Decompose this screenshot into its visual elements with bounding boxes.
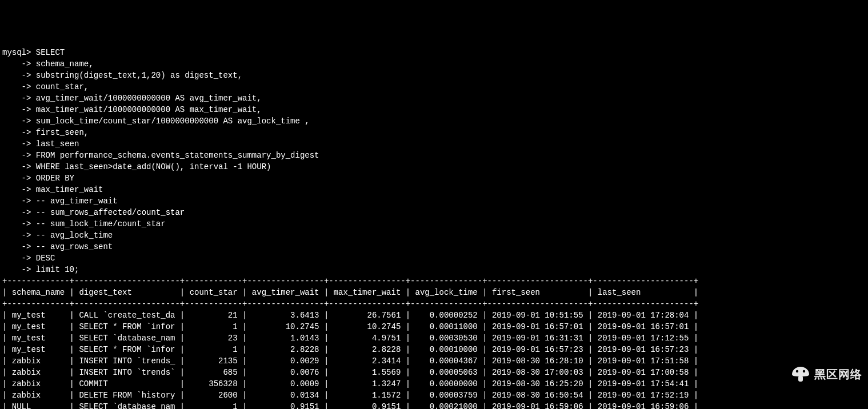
svg-rect-0 xyxy=(798,376,803,382)
watermark: 黑区网络 xyxy=(790,343,862,406)
terminal-line: | zabbix | INSERT INTO `trends` | 685 | … xyxy=(2,367,868,378)
terminal-line: -> count_star, xyxy=(2,81,868,93)
terminal-line: -> -- avg_lock_time xyxy=(2,230,868,241)
terminal-line: -> FROM performance_schema.events_statem… xyxy=(2,150,868,161)
terminal-line: -> max_timer_wait/1000000000000 AS max_t… xyxy=(2,104,868,115)
terminal-line: -> sum_lock_time/count_star/100000000000… xyxy=(2,115,868,127)
terminal-line: | zabbix | COMMIT | 356328 | 0.0009 | 1.… xyxy=(2,378,868,390)
terminal-line: | zabbix | DELETE FROM `history | 2600 |… xyxy=(2,390,868,401)
terminal-line: -> schema_name, xyxy=(2,58,868,70)
terminal-line: -> -- sum_rows_affected/count_star xyxy=(2,207,868,218)
terminal-line: | schema_name | digest_text | count_star… xyxy=(2,287,868,298)
mushroom-icon xyxy=(790,343,811,406)
terminal-line: | NULL | SELECT `database_nam | 1 | 0.91… xyxy=(2,401,868,409)
terminal-line: | my_test | CALL `create_test_da | 21 | … xyxy=(2,310,868,321)
terminal-line: | my_test | SELECT `database_nam | 23 | … xyxy=(2,332,868,344)
watermark-text: 黑区网络 xyxy=(814,368,862,380)
terminal-line: mysql> SELECT xyxy=(2,47,868,58)
terminal-line: -> ORDER BY xyxy=(2,173,868,184)
svg-point-1 xyxy=(796,370,798,372)
terminal-line: -> first_seen, xyxy=(2,127,868,138)
terminal-line: -> -- avg_rows_sent xyxy=(2,241,868,252)
terminal-line: -> substring(digest_text,1,20) as digest… xyxy=(2,70,868,81)
terminal-line: | my_test | SELECT * FROM `infor | 1 | 2… xyxy=(2,344,868,355)
terminal-line: -> last_seen xyxy=(2,138,868,150)
terminal-line: -> limit 10; xyxy=(2,264,868,275)
terminal-line: -> DESC xyxy=(2,252,868,264)
terminal-line: -> max_timer_wait xyxy=(2,184,868,195)
terminal-line: -> avg_timer_wait/1000000000000 AS avg_t… xyxy=(2,93,868,104)
svg-point-2 xyxy=(803,370,805,372)
terminal-line: -> -- sum_lock_time/count_star xyxy=(2,218,868,230)
terminal-line: +-------------+----------------------+--… xyxy=(2,275,868,287)
terminal-line: +-------------+----------------------+--… xyxy=(2,298,868,310)
terminal-line: -> WHERE last_seen>date_add(NOW(), inter… xyxy=(2,161,868,173)
terminal-line: | zabbix | INSERT INTO `trends_ | 2135 |… xyxy=(2,355,868,367)
mysql-terminal-output[interactable]: mysql> SELECT -> schema_name, -> substri… xyxy=(2,47,868,409)
terminal-line: | my_test | SELECT * FROM `infor | 1 | 1… xyxy=(2,321,868,332)
terminal-line: -> -- avg_timer_wait xyxy=(2,195,868,207)
